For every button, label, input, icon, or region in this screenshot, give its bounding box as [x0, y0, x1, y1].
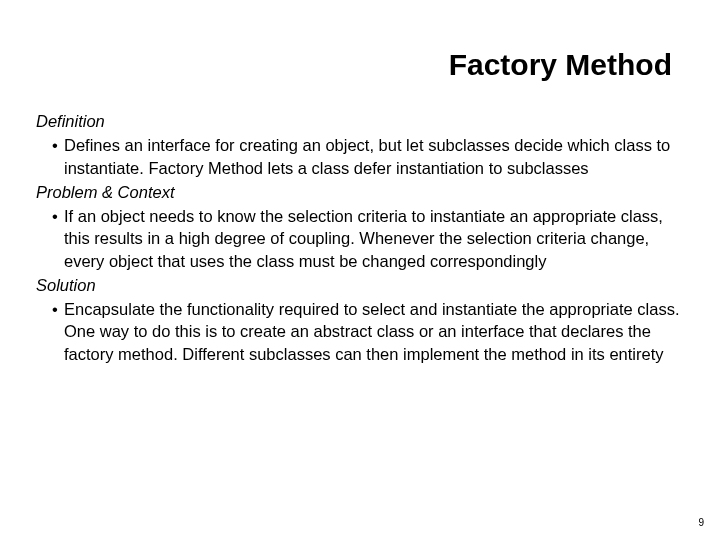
list-item: • If an object needs to know the selecti… [36, 205, 684, 272]
slide-content: Definition • Defines an interface for cr… [36, 110, 684, 365]
bullet-icon: • [36, 298, 64, 320]
bullet-text: Encapsulate the functionality required t… [64, 298, 684, 365]
list-item: • Encapsulate the functionality required… [36, 298, 684, 365]
bullet-text: Defines an interface for creating an obj… [64, 134, 684, 179]
section-heading-definition: Definition [36, 110, 684, 132]
bullet-icon: • [36, 134, 64, 156]
list-item: • Defines an interface for creating an o… [36, 134, 684, 179]
section-heading-solution: Solution [36, 274, 684, 296]
bullet-text: If an object needs to know the selection… [64, 205, 684, 272]
section-heading-problem-context: Problem & Context [36, 181, 684, 203]
slide-title: Factory Method [36, 48, 684, 82]
bullet-icon: • [36, 205, 64, 227]
page-number: 9 [698, 517, 704, 528]
